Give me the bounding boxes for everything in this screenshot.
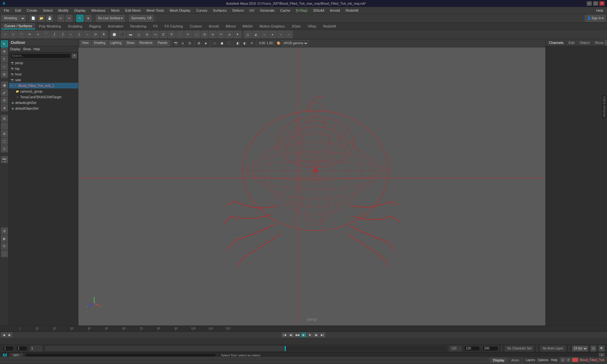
menu-select[interactable]: Select bbox=[40, 8, 55, 13]
surface-cube-btn[interactable]: ⬛ bbox=[119, 31, 126, 38]
view-menu-btn[interactable]: View bbox=[80, 40, 91, 46]
curve-tool3-btn[interactable]: ⌣ bbox=[67, 31, 75, 38]
ipr-icon[interactable]: ⟳ bbox=[1, 243, 8, 250]
layer-visibility-btn[interactable]: V bbox=[561, 358, 565, 362]
timeline-scroll-left[interactable]: ◀ bbox=[1, 332, 6, 337]
shading-menu-btn[interactable]: Shading bbox=[92, 40, 108, 46]
nurbs-tool4-btn[interactable]: ⬧ bbox=[269, 31, 276, 38]
tab-channels[interactable]: Channels bbox=[548, 40, 565, 45]
menu-file[interactable]: File bbox=[1, 8, 12, 13]
snap-surface-icon[interactable]: ◻ bbox=[1, 138, 8, 145]
curve-tool2-btn[interactable]: ʃ bbox=[59, 31, 66, 38]
go-start-btn[interactable]: |◀ bbox=[282, 332, 287, 337]
camera-icon-left[interactable]: 📷 bbox=[1, 156, 8, 163]
layer-color-swatch[interactable] bbox=[572, 358, 578, 362]
menu-uv[interactable]: UV bbox=[247, 8, 257, 13]
surface-revolve-btn[interactable]: ↻ bbox=[168, 31, 175, 38]
scale-tool-icon[interactable]: ⤢ bbox=[1, 63, 8, 70]
menu-mesh-tools[interactable]: Mesh Tools bbox=[144, 8, 166, 13]
redo-button[interactable]: ↪ bbox=[65, 15, 72, 22]
curve-circle-btn[interactable]: ○ bbox=[1, 31, 9, 38]
save-file-button[interactable]: 💾 bbox=[46, 15, 53, 22]
stop-btn[interactable]: ■ bbox=[307, 332, 313, 337]
no-live-surface-button[interactable]: No Live Surface ▾ bbox=[96, 15, 125, 22]
outliner-menu-help[interactable]: Help bbox=[34, 47, 40, 51]
color-space-select[interactable]: sRGB gamma bbox=[282, 40, 309, 46]
maximize-button[interactable]: □ bbox=[593, 1, 598, 6]
soft-select-icon[interactable]: ◕ bbox=[1, 82, 8, 88]
options-menu[interactable]: Options bbox=[537, 358, 548, 362]
surface-cone-btn[interactable]: △ bbox=[135, 31, 143, 38]
surface-birail-btn[interactable]: ⊢ bbox=[184, 31, 192, 38]
right-panel-prev-btn[interactable]: ◀ bbox=[605, 40, 607, 45]
vp-smooth-btn[interactable]: ◼ bbox=[219, 40, 225, 46]
menu-mesh-display[interactable]: Mesh Display bbox=[167, 8, 193, 13]
curve-pen-btn[interactable]: ✏ bbox=[26, 31, 34, 38]
tab-sculpting[interactable]: Sculpting bbox=[65, 23, 85, 29]
surface-square-btn[interactable]: ⊡ bbox=[201, 31, 208, 38]
curve-helix-btn[interactable]: ⊙ bbox=[92, 31, 99, 38]
status-settings-btn[interactable]: ⚙ bbox=[591, 346, 596, 351]
viewport-canvas[interactable]: X Y Z persp bbox=[78, 47, 545, 325]
tab-custom[interactable]: Custom bbox=[187, 23, 205, 29]
tab-object[interactable]: Object bbox=[578, 40, 591, 45]
tab-anim[interactable]: Anim bbox=[508, 358, 522, 363]
tab-fx-caching[interactable]: FX Caching bbox=[162, 23, 186, 29]
menu-generate[interactable]: Generate bbox=[257, 8, 277, 13]
sculpt-icon[interactable]: ⊛ bbox=[1, 97, 8, 104]
menu-cache[interactable]: Cache bbox=[278, 8, 293, 13]
vp-light-btn[interactable]: ☀ bbox=[249, 40, 255, 46]
curve-square-btn[interactable]: □ bbox=[9, 31, 17, 38]
outliner-item-light-set[interactable]: ◑ defaultLightSet bbox=[9, 100, 78, 106]
menu-modify[interactable]: Modify bbox=[56, 8, 71, 13]
max-end-input[interactable] bbox=[482, 346, 498, 351]
outliner-item-blood-tick[interactable]: ▼ ✦ Blood_Filled_Tick_ncl1_1 bbox=[9, 83, 78, 88]
outliner-item-temp-cam[interactable]: ⊹ TempCamFBXASC046Target bbox=[9, 94, 78, 100]
tab-redshift[interactable]: Redshift bbox=[320, 23, 339, 29]
tab-animation[interactable]: Animation bbox=[105, 23, 126, 29]
frame-input[interactable] bbox=[3, 346, 14, 351]
renderer-menu-btn[interactable]: Renderer bbox=[137, 40, 155, 46]
tab-bifrost[interactable]: Bifrost bbox=[223, 23, 239, 29]
playback-end-input[interactable] bbox=[464, 346, 480, 351]
nurbs-tool3-btn[interactable]: ⬦ bbox=[261, 31, 268, 38]
paint-icon[interactable]: 🖌 bbox=[1, 89, 8, 96]
surface-plane-btn[interactable]: ▭ bbox=[151, 31, 159, 38]
outliner-menu-show[interactable]: Show bbox=[23, 47, 31, 51]
search-input[interactable] bbox=[10, 53, 71, 58]
curve-tool4-btn[interactable]: ∫ bbox=[75, 31, 83, 38]
close-button[interactable]: ✕ bbox=[599, 1, 604, 6]
menu-curves[interactable]: Curves bbox=[194, 8, 210, 13]
sign-in-button[interactable]: 👤 Sign In ▾ bbox=[585, 15, 606, 22]
vp-frame-all-btn[interactable]: ⊡ bbox=[187, 40, 193, 46]
timeline-scroll-right[interactable]: ▶ bbox=[7, 332, 12, 337]
nurbs-tool5-btn[interactable]: ⬨ bbox=[277, 31, 285, 38]
menu-display[interactable]: Display bbox=[72, 8, 88, 13]
mode-select[interactable]: Modeling Rigging Animation FX Rendering bbox=[1, 15, 26, 21]
select-tool-button[interactable]: ↖ bbox=[77, 15, 83, 22]
snap-grid-icon[interactable]: ⊞ bbox=[1, 115, 8, 122]
surface-loft-btn[interactable]: ⋮ bbox=[176, 31, 184, 38]
outliner-item-persp[interactable]: 📷 persp bbox=[9, 60, 78, 66]
layers-menu[interactable]: Layers bbox=[525, 358, 535, 362]
vp-ao-btn[interactable]: ◐ bbox=[242, 40, 248, 46]
search-options-btn[interactable]: ▾ bbox=[72, 53, 77, 58]
tab-motion-graphics[interactable]: Motion Graphics bbox=[256, 23, 288, 29]
menu-windows[interactable]: Windows bbox=[89, 8, 108, 13]
outliner-item-side[interactable]: 📷 side bbox=[9, 77, 78, 83]
play-back-btn[interactable]: ◀◀ bbox=[294, 332, 300, 337]
menu-create[interactable]: Create bbox=[24, 8, 40, 13]
minimize-button[interactable]: ─ bbox=[587, 1, 592, 6]
vp-texture-btn[interactable]: ⬛ bbox=[226, 40, 232, 46]
menu-edit-mesh[interactable]: Edit Mesh bbox=[123, 8, 143, 13]
outliner-item-object-set[interactable]: ◑ defaultObjectSet bbox=[9, 106, 78, 111]
tab-arnold[interactable]: Arnold bbox=[205, 23, 222, 29]
menu-3dtoall[interactable]: 3DtoAll bbox=[310, 8, 327, 13]
status-search-btn[interactable]: 🔍 bbox=[599, 346, 604, 351]
vp-xray-btn[interactable]: ◈ bbox=[203, 40, 209, 46]
menu-vray[interactable]: [V-Ray] bbox=[293, 8, 310, 13]
outliner-menu-display[interactable]: Display bbox=[10, 47, 21, 51]
tab-show[interactable]: Show bbox=[593, 40, 605, 45]
lighting-menu-btn[interactable]: Lighting bbox=[108, 40, 124, 46]
nurbs-tool6-btn[interactable]: ⬩ bbox=[285, 31, 293, 38]
